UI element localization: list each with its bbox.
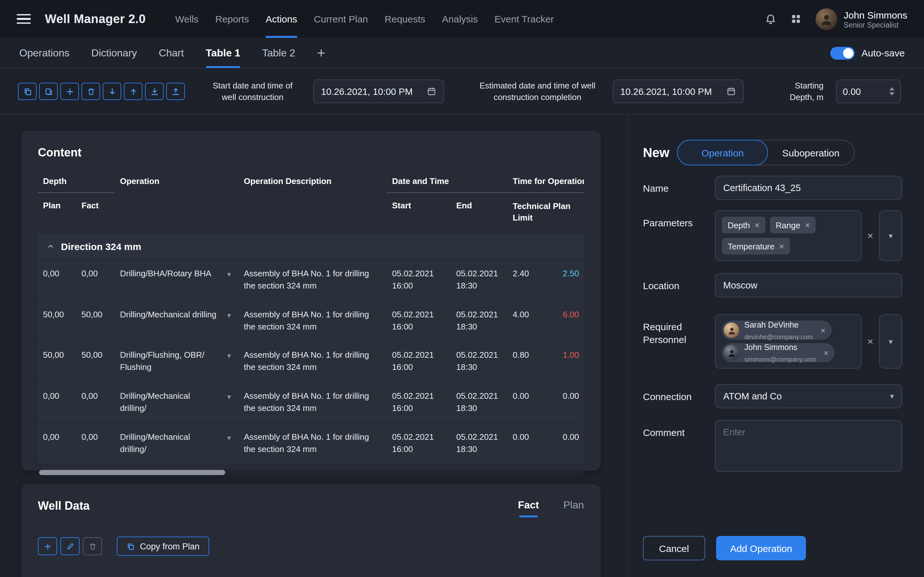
scrollbar-thumb[interactable] [39, 470, 225, 475]
delete-well-data-button[interactable] [83, 537, 102, 555]
well-data-card: Well Data Fact Plan [21, 484, 601, 577]
tab-table-2[interactable]: Table 2 [262, 38, 295, 68]
cell-operation[interactable]: Drilling/BHA/Rotary BHA▾ [115, 267, 239, 282]
segment-operation[interactable]: Operation [677, 140, 768, 165]
tab-plan[interactable]: Plan [564, 500, 584, 517]
name-input[interactable] [715, 176, 902, 200]
location-input[interactable] [715, 273, 902, 298]
connection-select[interactable]: ATOM and Co ▾ [715, 384, 902, 408]
parameter-chip[interactable]: Temperature× [722, 238, 790, 255]
chevron-down-icon[interactable]: ▾ [227, 351, 231, 362]
table-row[interactable]: 50,00 50,00 Drilling/Flushing, OBR/ Flus… [38, 342, 584, 382]
tab-fact[interactable]: Fact [518, 500, 539, 517]
cell-plan: 50,00 [38, 348, 76, 363]
cell-description: Assembly of BHA No. 1 for drilling the s… [239, 430, 387, 457]
cell-operation[interactable]: Drilling/Flushing, OBR/ Flushing▾ [115, 348, 239, 375]
move-down-button[interactable] [103, 83, 121, 100]
stepper-down-icon[interactable] [889, 92, 895, 95]
location-label: Location [643, 273, 715, 292]
close-icon[interactable]: × [754, 220, 759, 230]
tab-dictionary[interactable]: Dictionary [91, 38, 137, 68]
nav-item-current-plan[interactable]: Current Plan [314, 0, 368, 38]
depth-stepper [889, 87, 895, 95]
parameters-chips[interactable]: Depth× Range× Temperature× [715, 210, 861, 261]
copy-button[interactable] [18, 83, 37, 100]
notifications-bell-icon[interactable] [765, 13, 776, 25]
chevron-down-icon[interactable]: ▾ [227, 310, 231, 322]
apps-grid-icon[interactable] [790, 13, 801, 24]
cancel-button[interactable]: Cancel [643, 536, 705, 560]
stepper-up-icon[interactable] [889, 87, 895, 90]
menu-icon[interactable] [17, 14, 31, 24]
parameter-chip[interactable]: Range× [770, 217, 816, 234]
tab-operations[interactable]: Operations [19, 38, 69, 68]
personnel-chips[interactable]: Sarah DeVinhedevinhe@company.com × John … [715, 314, 861, 369]
personnel-multiselect[interactable]: Sarah DeVinhedevinhe@company.com × John … [715, 314, 902, 369]
close-icon[interactable]: × [821, 326, 825, 335]
personnel-chip[interactable]: John Simmonssimmons@company.com × [722, 343, 835, 362]
comment-textarea[interactable] [715, 420, 902, 472]
copy-from-plan-button[interactable]: Copy from Plan [117, 537, 209, 556]
close-icon[interactable]: × [804, 220, 810, 230]
plus-icon [43, 542, 52, 550]
horizontal-scrollbar[interactable] [38, 470, 584, 475]
clear-all-icon[interactable]: × [867, 230, 874, 242]
nav-item-analysis[interactable]: Analysis [442, 0, 478, 38]
table-row[interactable]: 50,00 50,00 Drilling/Mechanical drilling… [38, 301, 584, 341]
user-menu[interactable]: John Simmons Senior Specialist [816, 8, 907, 30]
paste-button[interactable] [39, 83, 58, 100]
table-row[interactable]: 0,00 0,00 Drilling/Mechanical drilling/▾… [38, 424, 584, 463]
tab-chart[interactable]: Chart [159, 38, 184, 68]
calendar-icon[interactable] [726, 87, 736, 96]
edit-well-data-button[interactable] [60, 537, 79, 555]
cell-end: 05.02.202118:30 [451, 430, 507, 457]
close-icon[interactable]: × [824, 348, 829, 358]
nav-item-requests[interactable]: Requests [384, 0, 425, 38]
nav-item-actions[interactable]: Actions [266, 0, 297, 38]
nav-item-event-tracker[interactable]: Event Tracker [494, 0, 554, 38]
cell-operation[interactable]: Drilling/Mechanical drilling/▾ [115, 430, 239, 457]
personnel-dropdown-button[interactable]: ▾ [879, 314, 902, 369]
add-row-button[interactable] [60, 83, 79, 100]
autosave-toggle[interactable] [830, 47, 855, 59]
add-well-data-button[interactable] [38, 537, 57, 555]
left-column: Content Depth Operation Operation Descri… [0, 115, 628, 577]
add-operation-button[interactable]: Add Operation [716, 536, 806, 560]
clear-all-icon[interactable]: × [867, 335, 874, 347]
col-fact: Fact [76, 193, 115, 232]
upload-icon [171, 87, 180, 96]
personnel-chip[interactable]: Sarah DeVinhedevinhe@company.com × [722, 321, 832, 340]
parameters-multiselect[interactable]: Depth× Range× Temperature× × ▾ [715, 210, 902, 261]
tab-table-1[interactable]: Table 1 [206, 38, 240, 68]
close-icon[interactable]: × [779, 241, 784, 251]
table-row[interactable]: 0,00 0,00 Drilling/Mechanical drilling/▾… [38, 383, 584, 422]
chevron-down-icon[interactable]: ▾ [227, 392, 231, 403]
cell-fact: 0,00 [76, 267, 115, 282]
starting-depth-input[interactable]: 0.00 [837, 79, 901, 103]
delete-row-button[interactable] [81, 83, 100, 100]
parameter-chip[interactable]: Depth× [722, 217, 766, 234]
cell-operation[interactable]: Drilling/Mechanical drilling/▾ [115, 389, 239, 416]
section-group-row[interactable]: Direction 324 mm [38, 234, 584, 259]
parameters-dropdown-button[interactable]: ▾ [879, 210, 902, 261]
import-button[interactable] [145, 83, 164, 100]
calendar-icon[interactable] [427, 87, 437, 96]
start-date-input[interactable]: 10.26.2021, 10:00 PM [313, 79, 444, 103]
nav-item-wells[interactable]: Wells [175, 0, 199, 38]
segment-suboperation[interactable]: Suboperation [767, 140, 854, 165]
cell-fact: 50,00 [76, 348, 115, 363]
move-up-button[interactable] [124, 83, 142, 100]
cell-operation[interactable]: Drilling/Mechanical drilling▾ [115, 308, 239, 322]
operations-table: Depth Operation Operation Description Da… [38, 172, 584, 463]
add-tab-button[interactable]: + [317, 38, 325, 68]
export-button[interactable] [166, 83, 185, 100]
autosave-control: Auto-save [830, 38, 905, 68]
section-group-label: Direction 324 mm [61, 241, 141, 251]
chevron-down-icon[interactable]: ▾ [227, 433, 231, 444]
table-row[interactable]: 0,00 0,00 Drilling/BHA/Rotary BHA▾ Assem… [38, 260, 584, 300]
nav-item-reports[interactable]: Reports [215, 0, 249, 38]
chevron-down-icon[interactable]: ▾ [227, 269, 231, 280]
comment-row: Comment [643, 420, 902, 474]
estimated-date-input[interactable]: 10.26.2021, 10:00 PM [612, 79, 743, 103]
chevron-up-icon[interactable] [47, 242, 55, 250]
